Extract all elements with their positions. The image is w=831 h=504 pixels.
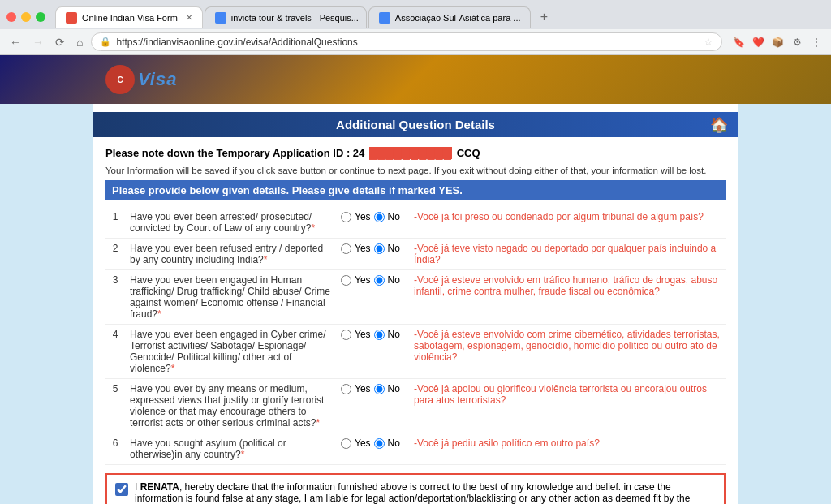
forward-button[interactable]: → [29,34,47,50]
question-radio-group: Yes No [336,325,409,379]
radio-no-2[interactable] [374,275,385,286]
declaration-suffix: , hereby declare that the information fu… [135,481,690,504]
new-tab-button[interactable]: + [532,5,556,29]
maximize-window-btn[interactable] [36,12,45,22]
table-row: 1Have you ever been arrested/ prosecuted… [105,207,726,239]
lock-icon: 🔒 [100,37,111,47]
tab-3[interactable]: Associação Sul-Asiática para ... ✕ [368,6,531,28]
app-id-redacted: ██████████ [369,147,452,159]
question-translation: -Você já pediu asilo político em outro p… [409,433,726,465]
yes-label-5: Yes [355,437,371,449]
declaration-text: I RENATA, hereby declare that the inform… [135,481,716,504]
tab-label: Online Indian Visa Form [82,13,178,23]
app-id-suffix: CCQ [457,147,480,159]
radio-no-0[interactable] [374,212,385,222]
question-number: 3 [105,270,125,325]
close-window-btn[interactable] [6,12,16,22]
visa-logo: C Visa [105,65,177,94]
table-row: 2Have you ever been refused entry / depo… [105,239,726,270]
declaration-checkbox[interactable] [115,483,128,496]
question-number: 6 [105,433,125,465]
question-text: Have you ever by any means or medium, ex… [125,379,336,433]
form-container: Additional Question Details 🏠 Please not… [93,104,738,504]
no-label-1: No [388,243,400,254]
app-id-label: Please note down the Temporary Applicati… [105,147,350,159]
radio-yes-5[interactable] [341,438,351,449]
section-title: Additional Question Details [336,118,495,131]
browser-actions: 🔖 ❤️ 📦 ⚙ ⋮ [730,34,825,50]
question-radio-group: Yes No [336,433,409,465]
no-label-3: No [388,329,400,340]
section-title-bar: Additional Question Details 🏠 [93,112,738,137]
radio-yes-3[interactable] [341,330,351,340]
home-button[interactable]: ⌂ [73,34,86,50]
extension-icon-2[interactable]: ❤️ [750,34,766,50]
radio-yes-1[interactable] [341,243,351,254]
address-bar-row: ← → ⟳ ⌂ 🔒 https://indianvisaonline.gov.i… [0,29,831,54]
tab3-close-icon[interactable]: ✕ [529,13,531,22]
extension-icon-3[interactable]: 📦 [769,34,786,50]
declaration-prefix: I [135,481,140,493]
question-translation: -Você já apoiou ou glorificou violência … [409,379,726,433]
logo-circle: C [105,65,135,94]
questions-table: 1Have you ever been arrested/ prosecuted… [105,207,726,465]
question-radio-group: Yes No [336,207,409,239]
question-translation: -Você já esteve envolvido em tráfico hum… [409,270,726,325]
tab-favicon [66,12,77,24]
table-row: 6Have you sought asylum (political or ot… [105,433,726,465]
question-translation: -Você já teve visto negado ou deportado … [409,239,726,270]
extension-icon-1[interactable]: 🔖 [730,34,747,50]
question-radio-group: Yes No [336,379,409,433]
no-label-5: No [388,437,400,449]
radio-no-1[interactable] [374,243,385,254]
tab-2[interactable]: invicta tour & travels - Pesquis... ✕ [205,6,367,28]
yes-label-4: Yes [355,383,371,394]
question-text: Have you ever been engaged in Human traf… [125,270,336,325]
question-text: Have you ever been arrested/ prosecuted/… [125,207,336,239]
question-number: 2 [105,239,125,270]
app-id-prefix: 24 [353,147,364,159]
no-label-2: No [388,274,400,286]
radio-yes-4[interactable] [341,384,351,394]
radio-yes-0[interactable] [341,212,351,222]
question-number: 1 [105,207,125,239]
table-row: 3Have you ever been engaged in Human tra… [105,270,726,325]
tab2-favicon [215,12,226,24]
tab-active[interactable]: Online Indian Visa Form ✕ [55,6,203,28]
question-translation: -Você já foi preso ou condenado por algu… [409,207,726,239]
declarant-name: RENATA [140,481,179,493]
menu-icon[interactable]: ⋮ [808,34,825,50]
radio-no-5[interactable] [374,438,385,449]
question-translation: -Você já esteve envolvido com crime cibe… [409,325,726,379]
tab2-label: invicta tour & travels - Pesquis... [231,13,359,23]
header-image: C Visa [0,55,831,104]
page-wrapper: C Visa Additional Question Details 🏠 Ple… [0,55,831,504]
table-row: 4Have you ever been engaged in Cyber cri… [105,325,726,379]
question-radio-group: Yes No [336,270,409,325]
radio-yes-2[interactable] [341,275,351,286]
tab3-favicon [379,12,390,24]
url-text: https://indianvisaonline.gov.in/evisa/Ad… [116,37,699,48]
minimize-window-btn[interactable] [21,12,31,22]
address-bar[interactable]: 🔒 https://indianvisaonline.gov.in/evisa/… [91,32,722,51]
question-text: Have you sought asylum (political or oth… [125,433,336,465]
visa-text: Visa [138,69,177,90]
info-text: Your Information will be saved if you cl… [105,162,726,180]
question-radio-group: Yes No [336,239,409,270]
tab3-label: Associação Sul-Asiática para ... [395,13,521,23]
browser-chrome: Online Indian Visa Form ✕ invicta tour &… [0,0,831,55]
question-text: Have you ever been engaged in Cyber crim… [125,325,336,379]
yes-label-3: Yes [355,329,371,340]
star-icon[interactable]: ☆ [704,36,713,48]
extension-icon-4[interactable]: ⚙ [789,34,805,50]
radio-no-4[interactable] [374,384,385,394]
home-icon[interactable]: 🏠 [710,116,728,134]
tab-close-icon[interactable]: ✕ [186,13,192,22]
app-id-row: Please note down the Temporary Applicati… [105,144,726,162]
window-controls [6,12,45,22]
declaration-row: I RENATA, hereby declare that the inform… [105,473,726,504]
tab-bar: Online Indian Visa Form ✕ invicta tour &… [0,0,831,29]
back-button[interactable]: ← [6,34,24,50]
radio-no-3[interactable] [374,330,385,340]
reload-button[interactable]: ⟳ [52,34,68,50]
